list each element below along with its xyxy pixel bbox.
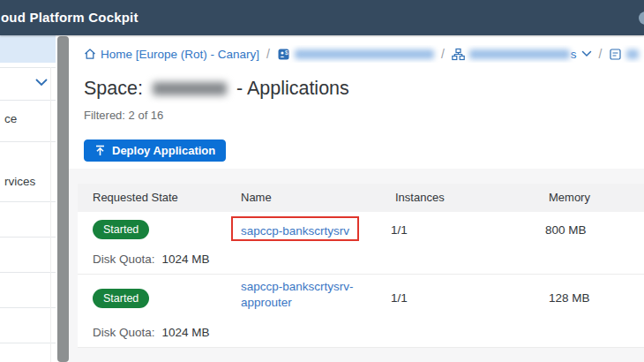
redacted-breadcrumb-text [626, 49, 639, 59]
divider [0, 307, 56, 308]
table-row: Started sapccp-bankscrtysrv 1/1 800 MB D… [78, 212, 644, 275]
sidebar-item-partial[interactable]: ce [4, 112, 17, 125]
breadcrumb-account-link[interactable]: $ [277, 48, 434, 61]
user-icon[interactable] [639, 11, 644, 25]
instances-value: 1/1 [391, 223, 408, 237]
divider [0, 201, 56, 202]
top-shell-bar: oud Platform Cockpit [0, 0, 644, 35]
divider [0, 343, 56, 343]
breadcrumb-home-label: Home [Europe (Rot) - Canary] [101, 48, 259, 61]
disk-quota-label: Disk Quota: [93, 326, 155, 339]
disk-quota-label: Disk Quota: [93, 253, 155, 266]
divider [50, 67, 51, 362]
chevron-down-icon[interactable] [581, 50, 592, 57]
breadcrumb-separator: / [266, 47, 270, 61]
redacted-breadcrumb-text [469, 49, 570, 59]
home-icon [84, 48, 96, 60]
app-link-sapccp-bankscrtysrv-approuter[interactable]: sapccp-bankscrtysrv-approuter [241, 279, 382, 311]
disk-quota-value: 1024 MB [162, 253, 210, 266]
instances-value: 1/1 [391, 291, 408, 305]
sidebar-nav: ce rvices [0, 35, 57, 362]
table-row: Started sapccp-bankscrtysrv-approuter 1/… [78, 275, 644, 348]
divider [0, 67, 56, 68]
redacted-breadcrumb-text [295, 49, 434, 59]
highlight-annotation-box [231, 216, 359, 241]
column-header-instances[interactable]: Instances [395, 184, 445, 212]
breadcrumb-home-link[interactable]: Home [Europe (Rot) - Canary] [84, 48, 259, 61]
applications-section: Requested State Name Instances Memory St… [69, 169, 644, 362]
main-panel: Home [Europe (Rot) - Canary] / $ / s / [69, 35, 644, 362]
breadcrumb-separator: / [599, 47, 603, 61]
disk-quota-line: Disk Quota:1024 MB [93, 253, 210, 266]
upload-icon [94, 145, 106, 156]
account-icon: $ [277, 48, 290, 61]
divider [0, 237, 56, 238]
page-title-prefix: Space: [84, 78, 143, 100]
table-header-row: Requested State Name Instances Memory [78, 184, 644, 212]
column-header-memory[interactable]: Memory [549, 184, 590, 212]
deploy-application-button[interactable]: Deploy Application [84, 140, 226, 162]
breadcrumb-space-link[interactable]: s [452, 48, 592, 61]
sidebar-item-partial[interactable]: rvices [4, 175, 35, 188]
org-icon [452, 48, 465, 61]
splitter-handle[interactable] [57, 36, 69, 362]
breadcrumb-separator: / [441, 47, 445, 61]
deploy-button-label: Deploy Application [112, 144, 215, 157]
disk-quota-line: Disk Quota:1024 MB [93, 326, 210, 339]
status-badge: Started [93, 220, 149, 239]
breadcrumb-page-link[interactable] [609, 48, 639, 61]
divider [0, 272, 56, 273]
page-title-suffix: - Applications [236, 78, 349, 100]
divider [0, 141, 56, 142]
column-header-name[interactable]: Name [241, 184, 272, 212]
status-badge: Started [93, 289, 149, 308]
breadcrumb-text-suffix: s [571, 48, 577, 61]
chevron-down-icon[interactable] [35, 79, 48, 87]
filter-status: Filtered: 2 of 16 [84, 109, 163, 122]
page-title: Space: - Applications [84, 78, 349, 100]
app-title: oud Platform Cockpit [1, 0, 139, 35]
memory-value: 128 MB [549, 291, 590, 305]
column-header-requested-state[interactable]: Requested State [93, 184, 178, 212]
clipboard-icon [609, 48, 622, 61]
sidebar-selected-header[interactable] [0, 35, 56, 63]
svg-text:$: $ [285, 49, 288, 56]
applications-table: Requested State Name Instances Memory St… [78, 184, 644, 348]
breadcrumb: Home [Europe (Rot) - Canary] / $ / s / [84, 45, 644, 63]
memory-value: 800 MB [545, 223, 587, 237]
redacted-space-name [153, 82, 227, 95]
divider [0, 100, 56, 101]
disk-quota-value: 1024 MB [162, 326, 210, 339]
